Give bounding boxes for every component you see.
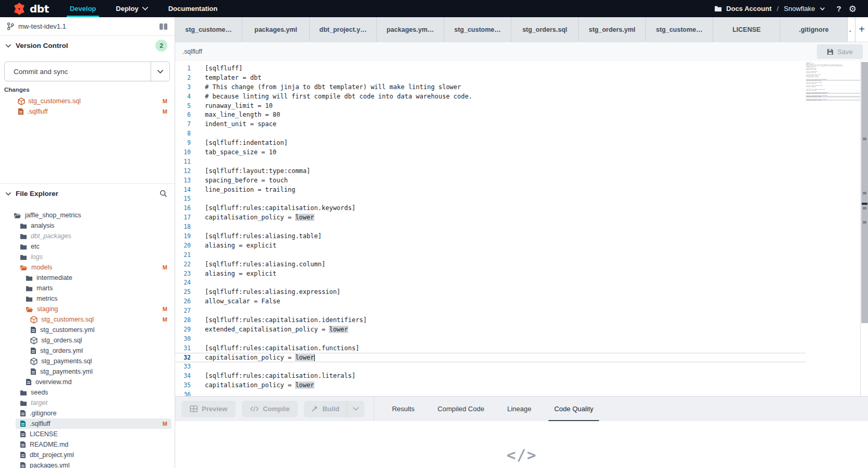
code-line[interactable]: 2templater = dbt	[175, 73, 806, 82]
file-tree-item-stg_orders.sql[interactable]: stg_orders.sql	[0, 335, 175, 346]
file-tab[interactable]: stg_custome…	[175, 17, 242, 42]
build-button[interactable]: Build	[304, 401, 347, 417]
code-line[interactable]: 27	[175, 306, 806, 315]
code-line[interactable]: 25[sqlfluff:rules:aliasing.expression]	[175, 287, 806, 297]
dbt-logo[interactable]: dbt	[13, 0, 49, 17]
file-tab[interactable]: stg_orders.yml	[579, 17, 646, 42]
code-line[interactable]: 22[sqlfluff:rules:aliasing.column]	[175, 260, 806, 269]
file-tab[interactable]: packages.ym…	[377, 17, 444, 42]
minimap[interactable]: [sqlfluff]templater = dbt# This change (…	[806, 61, 860, 396]
file-tree-item-stg_customers.yml[interactable]: stg_customers.yml	[0, 325, 175, 335]
code-line[interactable]: 15	[175, 194, 806, 203]
file-tree-item-analysis[interactable]: analysis	[0, 220, 175, 231]
code-line[interactable]: 28[sqlfluff:rules:capitalisation.identif…	[175, 315, 806, 325]
code-line[interactable]: 5runaway_limit = 10	[175, 101, 806, 110]
file-tree-item-README.md[interactable]: README.md	[0, 439, 175, 450]
vertical-scrollbar[interactable]	[860, 61, 868, 396]
code-line[interactable]: 33	[175, 362, 806, 372]
code-line[interactable]: 26allow_scalar = False	[175, 297, 806, 306]
code-line[interactable]: 13spacing_before = touch	[175, 176, 806, 185]
file-tree-item-etc[interactable]: etc	[0, 241, 175, 252]
file-tree-item-packages.yml[interactable]: packages.yml	[0, 460, 175, 468]
file-tree-item-logs[interactable]: logs	[0, 252, 175, 262]
file-tree-item-stg_payments.sql[interactable]: stg_payments.sql	[0, 356, 175, 366]
file-tree-item-marts[interactable]: marts	[0, 283, 175, 293]
code-line[interactable]: 17capitalisation_policy = lower	[175, 213, 806, 222]
new-tab-button[interactable]: +	[855, 17, 868, 42]
editor-panes-icon[interactable]	[159, 23, 168, 30]
code-line[interactable]: 9[sqlfluff:indentation]	[175, 138, 806, 147]
code-line[interactable]: 1[sqlfluff]	[175, 64, 806, 73]
gear-icon[interactable]: ⚙	[849, 4, 857, 14]
code-line[interactable]: 18	[175, 222, 806, 231]
file-tree-item-jaffle_shop_metrics[interactable]: jaffle_shop_metrics	[0, 210, 175, 220]
code-line[interactable]: 14line_position = trailing	[175, 185, 806, 194]
code-line[interactable]: 34[sqlfluff:rules:capitalisation.literal…	[175, 371, 806, 380]
version-control-header[interactable]: Version Control 2	[0, 36, 175, 55]
code-line[interactable]: 21	[175, 250, 806, 260]
file-tab[interactable]: stg_orders.sql	[511, 17, 579, 42]
panel-tab-code-quality[interactable]: Code Quality	[548, 397, 599, 422]
commit-and-sync-button[interactable]: Commit and sync	[4, 61, 170, 81]
code-line[interactable]: 10tab_space_size = 10	[175, 147, 806, 157]
nav-item-deploy[interactable]: Deploy	[115, 0, 149, 17]
panel-tab-lineage[interactable]: Lineage	[502, 397, 537, 422]
file-tree-item-intermediate[interactable]: intermediate	[0, 273, 175, 283]
build-options-caret[interactable]	[347, 401, 364, 417]
code-line[interactable]: 12[sqlfluff:layout:type:comma]	[175, 166, 806, 176]
search-icon[interactable]	[160, 190, 167, 198]
changed-file-row[interactable]: .sqlfluffM	[0, 106, 175, 117]
code-line[interactable]: 36	[175, 390, 806, 396]
code-line[interactable]: 19[sqlfluff:rules:aliasing.table]	[175, 231, 806, 241]
branch-row[interactable]: mw-test-idev1.1	[0, 17, 175, 36]
code-line[interactable]: 31[sqlfluff:rules:capitalisation.functio…	[175, 343, 806, 353]
file-tab[interactable]: stg_custome…	[444, 17, 511, 42]
nav-item-develop[interactable]: Develop	[69, 0, 97, 17]
file-tree-item-target[interactable]: target	[0, 398, 175, 408]
code-line[interactable]: 11	[175, 157, 806, 166]
code-line[interactable]: 30	[175, 334, 806, 343]
file-tab[interactable]: LICENSE	[713, 17, 780, 42]
file-tree-item-metrics[interactable]: metrics	[0, 293, 175, 304]
file-tree-item-dbt_project.yml[interactable]: dbt_project.yml	[0, 450, 175, 460]
save-button[interactable]: Save	[817, 44, 863, 59]
file-explorer-header[interactable]: File Explorer	[0, 184, 175, 203]
file-tree-item-models[interactable]: modelsM	[0, 262, 175, 273]
file-tree-item-stg_orders.yml[interactable]: stg_orders.yml	[0, 346, 175, 356]
file-tree-item-.sqlfluff[interactable]: .sqlfluffM	[16, 418, 172, 429]
help-icon[interactable]: ?	[837, 4, 841, 13]
commit-options-caret[interactable]	[151, 62, 169, 81]
code-line[interactable]: 20aliasing = explicit	[175, 241, 806, 250]
file-tab-active-partial[interactable]: .	[848, 17, 855, 42]
account-switcher[interactable]: Docs Account / Snowflake	[714, 5, 825, 13]
file-tree-item-LICENSE[interactable]: LICENSE	[0, 429, 175, 439]
file-tree-item-stg_payments.yml[interactable]: stg_payments.yml	[0, 366, 175, 377]
file-tree-item-dbt_packages[interactable]: dbt_packages	[0, 231, 175, 241]
code-line[interactable]: 16[sqlfluff:rules:capitalisation.keyword…	[175, 203, 806, 213]
file-tab[interactable]: packages.yml	[242, 17, 310, 42]
code-line[interactable]: 7indent_unit = space	[175, 119, 806, 129]
file-tree-item-seeds[interactable]: seeds	[0, 387, 175, 398]
file-tab[interactable]: dbt_project.y…	[310, 17, 377, 42]
code-line[interactable]: 24	[175, 278, 806, 287]
file-tab[interactable]: .gitignore	[780, 17, 848, 42]
code-line[interactable]: 8	[175, 129, 806, 138]
changed-file-row[interactable]: stg_customers.sqlM	[0, 96, 175, 106]
file-tree-item-stg_customers.sql[interactable]: stg_customers.sqlM	[0, 314, 175, 325]
code-line[interactable]: 6max_line_length = 80	[175, 110, 806, 119]
code-line[interactable]: 29extended_capitalisation_policy = lower	[175, 325, 806, 334]
file-tree-item-.gitignore[interactable]: .gitignore	[0, 408, 175, 418]
file-tab[interactable]: stg_custome…	[646, 17, 713, 42]
file-tree-item-overview.md[interactable]: overview.md	[0, 377, 175, 387]
panel-tab-results[interactable]: Results	[386, 397, 420, 422]
preview-button[interactable]: Preview	[181, 401, 236, 417]
file-tree-item-staging[interactable]: stagingM	[0, 304, 175, 314]
build-button-group[interactable]: Build	[304, 401, 364, 417]
panel-tab-compiled-code[interactable]: Compiled Code	[432, 397, 490, 422]
code-line[interactable]: 4# because linting will first compile db…	[175, 92, 806, 101]
code-content[interactable]: 1[sqlfluff]2templater = dbt3# This chang…	[175, 61, 806, 396]
compile-button[interactable]: Compile	[242, 401, 298, 417]
code-line[interactable]: 32capitalisation_policy = lower	[175, 353, 806, 362]
code-line[interactable]: 35capitalisation_policy = lower	[175, 380, 806, 390]
code-line[interactable]: 23aliasing = explicit	[175, 269, 806, 278]
